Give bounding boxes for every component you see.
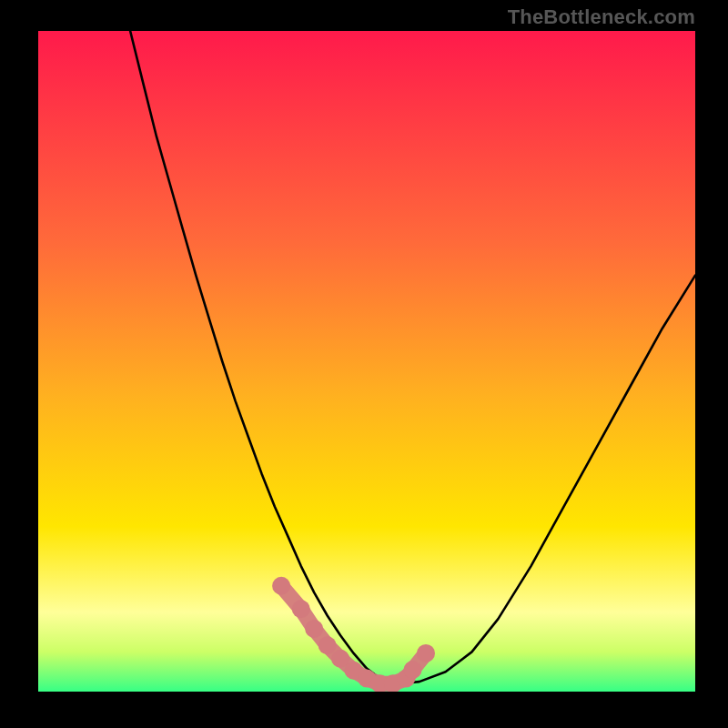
- highlight-point: [305, 620, 323, 638]
- highlight-point: [417, 644, 435, 662]
- bottleneck-curve: [130, 31, 695, 683]
- watermark-text: TheBottleneck.com: [508, 5, 695, 29]
- highlight-point: [292, 600, 310, 618]
- highlight-point: [404, 661, 422, 679]
- chart-frame: TheBottleneck.com: [0, 0, 728, 728]
- highlight-point: [318, 636, 337, 654]
- chart-plot-area: [38, 31, 695, 692]
- highlight-point: [272, 577, 290, 595]
- chart-svg: [38, 31, 695, 692]
